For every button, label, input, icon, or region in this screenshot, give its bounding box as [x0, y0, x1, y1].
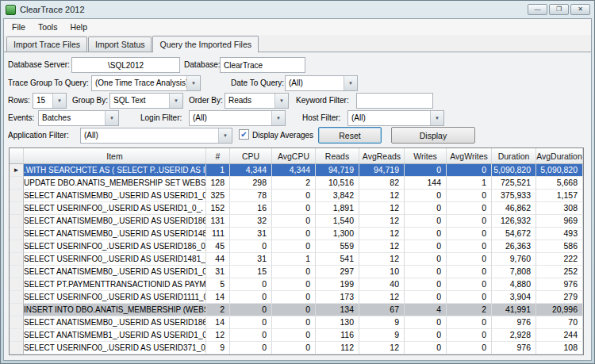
row-selector[interactable] [10, 291, 24, 304]
value-cell[interactable]: 173 [316, 291, 359, 304]
rows-select[interactable]: 15 ▼ [33, 93, 67, 109]
value-cell[interactable]: 279 [536, 291, 583, 304]
value-cell[interactable]: 0 [405, 228, 447, 240]
menu-file[interactable]: File [6, 19, 32, 35]
value-cell[interactable]: 0 [272, 329, 316, 342]
value-cell[interactable]: 116 [316, 329, 359, 342]
value-cell[interactable]: 44 [206, 253, 230, 266]
table-row[interactable]: SELECT USERINFO0_.USERID AS USERID1_0_. … [10, 202, 583, 215]
value-cell[interactable]: 10 [359, 266, 405, 278]
value-cell[interactable]: 12 [359, 342, 405, 354]
value-cell[interactable]: 94,719 [359, 164, 405, 177]
value-cell[interactable]: 0 [447, 164, 492, 177]
value-cell[interactable]: 0 [447, 253, 492, 266]
reset-button[interactable]: Reset [318, 127, 382, 144]
item-cell[interactable]: SELECT ANATISMEMB0_.USERID AS USERID1_0_… [24, 266, 206, 278]
value-cell[interactable]: 0 [272, 215, 316, 228]
row-selector[interactable] [10, 266, 24, 278]
value-cell[interactable]: 0 [272, 240, 316, 253]
value-cell[interactable]: 14 [206, 291, 230, 304]
item-cell[interactable]: SELECT ANATISMEMB0_.USERID AS USERID186_… [24, 215, 206, 228]
value-cell[interactable]: 0 [405, 266, 447, 278]
column-header-avgcpu[interactable]: AvgCPU [272, 148, 316, 163]
database-server-input[interactable]: \SQL2012 [71, 57, 180, 73]
chevron-down-icon[interactable]: ▼ [344, 76, 357, 90]
column-header-[interactable]: # [206, 148, 230, 163]
row-selector[interactable] [10, 304, 24, 316]
maximize-button[interactable]: ❐ [549, 4, 569, 15]
order-by-select[interactable]: Reads ▼ [225, 93, 289, 109]
value-cell[interactable]: 12 [359, 240, 405, 253]
table-row[interactable]: SELECT USERINFO0_.USERID AS USERID186_0_… [10, 240, 583, 253]
chevron-down-icon[interactable]: ▼ [105, 111, 118, 125]
value-cell[interactable]: 0 [230, 342, 272, 354]
value-cell[interactable]: 144 [405, 177, 447, 190]
value-cell[interactable]: 252 [536, 266, 583, 278]
value-cell[interactable]: 0 [447, 202, 492, 215]
value-cell[interactable]: 0 [272, 316, 316, 329]
chevron-down-icon[interactable]: ▼ [430, 111, 443, 125]
group-by-select[interactable]: SQL Text ▼ [109, 93, 183, 109]
value-cell[interactable]: 32 [230, 215, 272, 228]
item-cell[interactable]: SELECT ANATISMEMB1_.USERID AS USERID1_0_… [24, 329, 206, 342]
display-averages-checkbox[interactable]: ✔ [239, 129, 249, 140]
value-cell[interactable]: 0 [447, 240, 492, 253]
item-cell[interactable]: INSERT INTO DBO.ANATIS_MEMBERSHIP (WEBSI… [24, 304, 206, 316]
table-row[interactable]: INSERT INTO DBO.ANATIS_MEMBERSHIP (WEBSI… [10, 304, 583, 316]
column-header-writes[interactable]: Writes [405, 148, 447, 163]
value-cell[interactable]: 969 [536, 215, 583, 228]
value-cell[interactable]: 0 [272, 278, 316, 291]
value-cell[interactable]: 10,516 [316, 177, 359, 190]
value-cell[interactable]: 12 [206, 329, 230, 342]
chevron-down-icon[interactable]: ▼ [52, 94, 66, 108]
value-cell[interactable]: 9 [206, 342, 230, 354]
value-cell[interactable]: 108 [536, 342, 583, 354]
value-cell[interactable]: 94,719 [316, 164, 359, 177]
value-cell[interactable]: 308 [536, 202, 583, 215]
item-cell[interactable]: SELECT USERINFO0_.USERID AS USERID1_0_. … [24, 202, 206, 215]
column-header-avgreads[interactable]: AvgReads [359, 148, 405, 163]
item-cell[interactable]: SELECT ANATISMEMB0_.USERID AS USERID1481… [24, 228, 206, 240]
value-cell[interactable]: 976 [536, 278, 583, 291]
value-cell[interactable]: 0 [272, 228, 316, 240]
value-cell[interactable]: 0 [447, 342, 492, 354]
value-cell[interactable]: 725,521 [492, 177, 536, 190]
value-cell[interactable]: 70 [536, 316, 583, 329]
table-row[interactable]: SELECT ANATISMEMB0_.USERID AS USERID1481… [10, 228, 583, 240]
value-cell[interactable]: 0 [405, 278, 447, 291]
table-row[interactable]: SELECT USERINFO0_.USERID AS USERID1111_0… [10, 291, 583, 304]
value-cell[interactable]: 2 [447, 304, 492, 316]
value-cell[interactable]: 112 [316, 342, 359, 354]
value-cell[interactable]: 134 [316, 304, 359, 316]
value-cell[interactable]: 1 [206, 164, 230, 177]
database-input[interactable]: ClearTrace [220, 57, 305, 73]
value-cell[interactable]: 0 [447, 278, 492, 291]
value-cell[interactable]: 559 [316, 240, 359, 253]
value-cell[interactable]: 9 [359, 329, 405, 342]
value-cell[interactable]: 3,904 [492, 291, 536, 304]
value-cell[interactable]: 0 [447, 329, 492, 342]
item-cell[interactable]: SELECT PT.PAYMENTTRANSACTIONID AS PAYMEN… [24, 278, 206, 291]
item-cell[interactable]: SELECT USERINFO0_.USERID AS USERID371_0_… [24, 342, 206, 354]
item-cell[interactable]: SELECT USERINFO0_.USERID AS USERID1481_0… [24, 253, 206, 266]
value-cell[interactable]: 12 [359, 190, 405, 202]
value-cell[interactable]: 12 [359, 215, 405, 228]
chevron-down-icon[interactable]: ▼ [271, 111, 285, 125]
value-cell[interactable]: 0 [405, 329, 447, 342]
value-cell[interactable]: 2 [206, 304, 230, 316]
value-cell[interactable]: 0 [447, 266, 492, 278]
value-cell[interactable]: 0 [230, 316, 272, 329]
value-cell[interactable]: 0 [447, 316, 492, 329]
row-selector[interactable] [10, 202, 24, 215]
value-cell[interactable]: 0 [405, 190, 447, 202]
value-cell[interactable]: 199 [316, 278, 359, 291]
value-cell[interactable]: 0 [272, 342, 316, 354]
item-cell[interactable]: .WITH SEARCHCTE AS ( SELECT P..USERID AS… [24, 164, 206, 177]
value-cell[interactable]: 0 [230, 240, 272, 253]
column-header-avgwrites[interactable]: AvgWrites [447, 148, 492, 163]
table-row[interactable]: SELECT USERINFO0_.USERID AS USERID1481_0… [10, 253, 583, 266]
value-cell[interactable]: 2 [272, 177, 316, 190]
item-cell[interactable]: UPDATE DBO.ANATIS_MEMBERSHIP SET WEBSITE… [24, 177, 206, 190]
chevron-down-icon[interactable]: ▼ [218, 128, 232, 143]
value-cell[interactable]: 16 [230, 202, 272, 215]
